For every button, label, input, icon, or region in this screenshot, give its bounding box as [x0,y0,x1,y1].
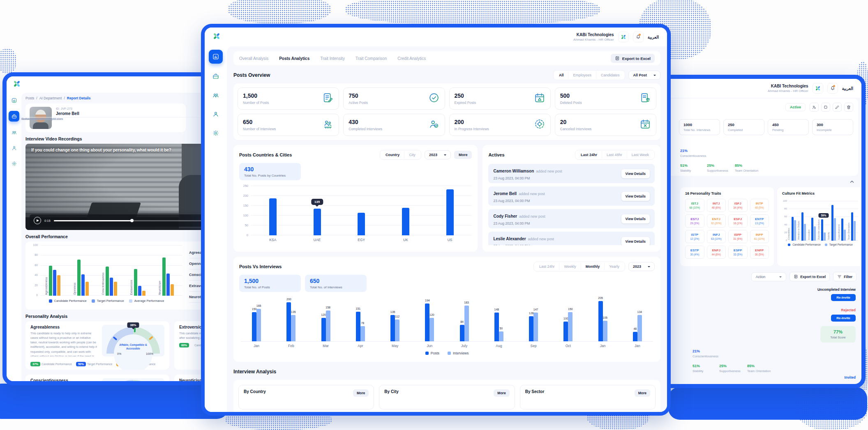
year-dropdown[interactable]: 2023 [425,150,451,159]
post-type-dropdown[interactable]: All Post [628,71,660,80]
reinvite-button[interactable]: Re-Invite [831,294,856,301]
bar-candidate-performance [841,218,843,241]
stat-label: Number of Posts [243,101,269,105]
bar-average-performance [114,282,117,296]
bar-interviews: 105 [603,321,607,341]
more-button[interactable]: More [353,389,369,397]
activity-text: added new post [528,237,554,241]
sidebar-item-dashboard[interactable] [209,50,223,64]
filter-candidates[interactable]: Candidates [596,71,624,79]
more-button[interactable]: More [454,151,472,159]
bar-posts: 200 [286,302,291,341]
interview-analysis-title: Interview Analysis [233,369,276,375]
trait-group-agreeableness: Agreeableness [40,246,69,296]
collapse-chevron-icon[interactable] [849,179,855,186]
company-name: KABi Technologies [573,32,614,37]
pvi-range-last-24hr[interactable]: Last 24hr [535,263,560,270]
tab-overall-analysis[interactable]: Overall Analysis [239,56,268,61]
month-group-aug-7: 14850Aug [482,300,516,348]
legend-posts: Posts [425,351,439,355]
culture-group-team-orientation: Team Orientation [849,200,859,241]
video-current-time: 0:15 [44,219,51,223]
view-details-button[interactable]: View Details [621,214,650,223]
interviewppl-icon [322,118,334,131]
trait-percentage-team-orientation: 85%Team Orientation [747,364,771,373]
breadcrumb-item[interactable]: AI Department [39,96,62,100]
language-switch[interactable]: العربية [842,86,854,91]
pvi-range-weekly[interactable]: Weekly [559,263,581,270]
trait-percentage-supportiveness: 25%Supportiveness [719,364,741,373]
sidebar-item-posts[interactable] [210,70,222,83]
view-details-button[interactable]: View Details [621,192,650,201]
reinvite-button[interactable]: Re-Invite [831,315,856,322]
pvi-range-yearly[interactable]: Yearly [605,263,624,270]
analysis-card-by-sector: By SectorMore [520,385,656,409]
sidebar-item-posts[interactable] [9,111,19,122]
sidebar-item-settings[interactable] [210,127,222,139]
sidebar-item-candidates[interactable] [210,108,222,120]
activity-time: 23 Aug 2023, 04:00 PM [493,176,562,180]
export-to-excel-button[interactable]: Export to Excel [611,54,655,63]
personality-traits-card: 16 Personality Traits ISTJ66 (10%)INTJ48… [680,187,774,266]
filter-employees[interactable]: Employees [568,71,596,79]
view-details-button[interactable]: View Details [621,169,650,178]
posts-vs-interviews-card: Posts Vs Interviews Last 24hrWeeklyMonth… [233,257,660,362]
sidebar-item-dashboard[interactable] [9,95,19,105]
tab-credit-analytics[interactable]: Credit Analytics [397,56,426,61]
tab-trait-comparison[interactable]: Trait Comparison [356,56,387,61]
toggle-country[interactable]: Country [381,151,405,159]
decor-dots [345,0,600,25]
toggle-city[interactable]: City [404,151,420,159]
stat-card-expired-posts: 250Expired Posts [449,87,551,110]
play-button[interactable] [34,217,41,224]
edit-icon[interactable] [833,103,842,112]
more-button[interactable]: More [494,389,509,397]
pvi-range-monthly[interactable]: Monthly [581,263,605,270]
actives-list: Cameron Williamsonadded new post23 Aug 2… [488,164,655,245]
actives-range-last-24hr[interactable]: Last 24hr [576,151,602,159]
month-group-mar-2: 120158Mar [309,300,343,348]
notification-bell-icon[interactable] [827,83,838,94]
actives-range-last-48hr[interactable]: Last 48hr [602,151,627,159]
stop-icon[interactable] [821,103,830,112]
trait-group-neuroticism: Neuroticism [154,246,182,296]
notification-bell-icon[interactable] [633,32,644,42]
view-details-button[interactable]: View Details [621,237,650,246]
tab-posts-analytics[interactable]: Posts Analytics [279,56,309,61]
export-to-excel-button[interactable]: Export to Excel [790,272,830,281]
tab-trait-intensity[interactable]: Trait Intensity [320,56,345,61]
filter-all[interactable]: All [554,71,569,79]
year-dropdown[interactable]: 2023 [628,262,655,271]
kabi-logo-icon [212,32,221,41]
delete-icon[interactable] [844,103,853,112]
action-dropdown[interactable]: Action [751,272,787,281]
bar-candidate-performance [49,266,52,296]
badge-label: Candidate Performance [42,363,72,366]
month-group-jan-0: 150165Jan [239,300,274,348]
sidebar-item-candidates[interactable] [9,143,19,153]
main-window: KABi Technologies Ahmad Khamis - HR Offi… [201,24,671,416]
gridline: 150 [251,205,472,206]
row-toolbar: Active [785,103,853,112]
language-switch[interactable]: العربية [648,35,660,39]
bar-target-performance [814,226,816,241]
table-actions: Action Export to Excel Filter [751,272,856,281]
month-group-sep-8: 128147Sep [516,300,551,348]
stat-value: 1,500 [243,92,269,99]
add-person-icon[interactable] [810,103,819,112]
performance-legend: Candidate PerformanceTarget PerformanceA… [30,299,182,303]
actives-range-last-week[interactable]: Last Week [627,151,653,159]
stat-label: In Progress Interviews [455,127,489,131]
more-button[interactable]: More [635,389,650,397]
legend-target-performance: Target Performance [92,299,124,303]
breadcrumb-item[interactable]: Posts [25,96,34,100]
status-badge: Active [785,103,806,111]
sidebar-item-departments[interactable] [9,127,19,137]
filter-button[interactable]: Filter [833,272,856,281]
culture-fit-card: Culture Fit Metrics 020406080100Competit… [777,187,863,266]
bar-interviews: 120 [429,318,434,341]
left-sidebar [7,93,21,381]
sidebar-item-settings[interactable] [9,159,19,168]
sidebar-item-departments[interactable] [210,89,222,101]
app-logo-icon [618,32,629,42]
